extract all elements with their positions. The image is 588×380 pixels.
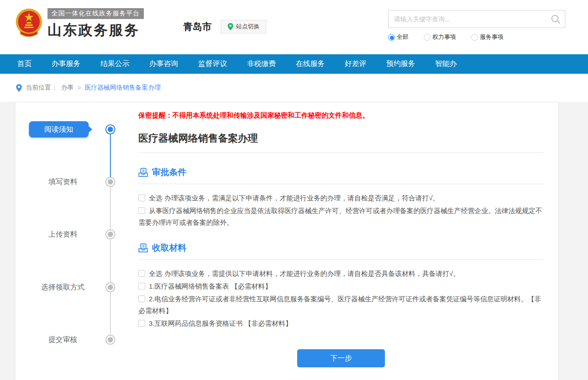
nav-item[interactable]: 结果公示 (100, 59, 129, 69)
breadcrumb-current[interactable]: 医疗器械网络销售备案办理 (85, 84, 161, 92)
search-filter-group: 全部权力事项服务事项 (388, 33, 565, 41)
step-circle (105, 282, 115, 292)
checkbox-row: 全选 办理该项业务，需提供以下申请材料，才能进行业务的办理，请自检是否具备该材料… (138, 268, 544, 280)
checkbox[interactable] (138, 195, 145, 201)
main-nav: 首页办事服务结果公示办事咨询监督评议非税缴费在线服务好差评预约服务智能办 (0, 54, 588, 74)
section-heading: 审批条件 (138, 166, 544, 184)
filter-label: 服务事项 (480, 33, 503, 41)
search-filter[interactable]: 服务事项 (471, 33, 503, 41)
step-circle (105, 177, 115, 187)
checkbox-text: 全选 办理该项业务，需满足以下申请条件，才能进行业务的办理，请自检是否满足，符合… (149, 194, 439, 202)
location-pin-icon (16, 84, 22, 92)
radio-icon[interactable] (471, 34, 478, 41)
checkbox[interactable] (138, 270, 145, 277)
radio-icon[interactable] (424, 34, 431, 41)
step-circle (105, 335, 115, 345)
checkbox-row: 1.医疗器械网络销售备案表 【必需材料】 (138, 280, 544, 292)
site-logo: 全国一体化在线政务服务平台 山东政务服务 (15, 8, 144, 40)
city-name: 青岛市 (183, 20, 212, 33)
timeline-connector (110, 182, 111, 340)
page-title: 医疗器械网络销售备案办理 (138, 132, 544, 153)
content-section: 审批条件全选 办理该项业务，需满足以下申请条件，才能进行业务的办理，请自检是否满… (138, 166, 544, 228)
breadcrumb-separator: > (77, 84, 81, 91)
checkbox[interactable] (138, 320, 145, 327)
nav-item[interactable]: 智能办 (435, 59, 457, 69)
search-icon[interactable] (550, 14, 561, 25)
checkbox[interactable] (138, 295, 145, 302)
nav-item[interactable]: 好差评 (345, 59, 366, 69)
site-header: 全国一体化在线政务服务平台 山东政务服务 青岛市 站点切换 全部权力事项服务事项 (0, 0, 588, 54)
nav-item[interactable]: 非税缴费 (247, 59, 276, 69)
step-label: 填写资料 (24, 177, 101, 187)
checkbox-text: 从事医疗器械网络销售的企业应当是依法取得医疗器械生产许可、经营许可或者办理备案的… (138, 207, 542, 226)
location-pin-icon (228, 23, 233, 30)
filter-label: 全部 (397, 33, 408, 41)
platform-badge: 全国一体化在线政务服务平台 (47, 8, 144, 19)
checkbox[interactable] (138, 207, 145, 214)
search-input[interactable] (389, 10, 565, 28)
nav-item[interactable]: 监督评议 (198, 59, 227, 69)
filter-label: 权力事项 (432, 33, 456, 41)
inbox-doc-icon (138, 243, 148, 253)
nav-item[interactable]: 办事服务 (52, 59, 81, 69)
breadcrumb-prefix: 当前位置： (26, 84, 57, 92)
inbox-doc-icon (138, 168, 148, 177)
checkbox-text: 全选 办理该项业务，需提供以下申请材料，才能进行业务的办理，请自检是否具备该材料… (149, 270, 460, 277)
search-filter[interactable]: 权力事项 (424, 33, 456, 41)
main-content: 保密提醒：不得用本系统处理和传输涉及国家秘密和工作秘密的文件和信息。 医疗器械网… (133, 102, 558, 380)
step-active-pill: 阅读须知 (29, 121, 89, 138)
search-box (388, 10, 565, 28)
step-label: 提交审核 (24, 335, 101, 345)
radio-icon[interactable] (388, 34, 395, 41)
section-heading-label: 收取材料 (152, 242, 186, 254)
section-heading-label: 审批条件 (152, 166, 186, 178)
steps-sidebar: 阅读须知填写资料上传资料选择领取方式提交审核 (15, 102, 133, 380)
content-section: 收取材料全选 办理该项业务，需提供以下申请材料，才能进行业务的办理，请自检是否具… (138, 242, 544, 329)
step-circle (105, 124, 115, 134)
checkbox-row: 3.互联网药品信息服务资格证书 【非必需材料】 (138, 318, 544, 329)
timeline-connector (110, 129, 111, 182)
nav-item[interactable]: 在线服务 (296, 59, 325, 69)
checkbox-text: 2.电信业务经营许可证或者非经营性互联网信息服务备案编号、医疗器械生产经营许可证… (138, 295, 541, 314)
search-filter[interactable]: 全部 (388, 33, 408, 41)
checkbox-row: 2.电信业务经营许可证或者非经营性互联网信息服务备案编号、医疗器械生产经营许可证… (138, 293, 544, 317)
nav-item[interactable]: 预约服务 (386, 59, 415, 69)
checkbox-row: 全选 办理该项业务，需满足以下申请条件，才能进行业务的办理，请自检是否满足，符合… (138, 192, 544, 204)
breadcrumb: 当前位置： 办事 > 医疗器械网络销售备案办理 (0, 74, 588, 102)
breadcrumb-section[interactable]: 办事 (61, 84, 74, 92)
nav-item[interactable]: 首页 (17, 59, 32, 69)
step-label: 上传资料 (24, 230, 101, 239)
step-circle (105, 229, 115, 239)
national-emblem-icon (15, 8, 43, 39)
site-switch-label: 站点切换 (236, 23, 260, 31)
step-label: 选择领取方式 (24, 283, 101, 292)
section-heading: 收取材料 (138, 242, 544, 260)
checkbox[interactable] (138, 283, 145, 290)
content-card: 阅读须知填写资料上传资料选择领取方式提交审核 保密提醒：不得用本系统处理和传输涉… (15, 102, 559, 380)
site-name: 山东政务服务 (47, 21, 144, 40)
checkbox-row: 从事医疗器械网络销售的企业应当是依法取得医疗器械生产许可、经营许可或者办理备案的… (138, 205, 544, 228)
checkbox-text: 3.互联网药品信息服务资格证书 【非必需材料】 (149, 319, 292, 327)
next-step-button[interactable]: 下一步 (297, 349, 385, 367)
site-switch-button[interactable]: 站点切换 (221, 20, 266, 33)
checkbox-text: 1.医疗器械网络销售备案表 【必需材料】 (149, 282, 272, 290)
security-notice: 保密提醒：不得用本系统处理和传输涉及国家秘密和工作秘密的文件和信息。 (138, 111, 544, 120)
page-background: 阅读须知填写资料上传资料选择领取方式提交审核 保密提醒：不得用本系统处理和传输涉… (0, 102, 588, 380)
nav-item[interactable]: 办事咨询 (149, 59, 178, 69)
